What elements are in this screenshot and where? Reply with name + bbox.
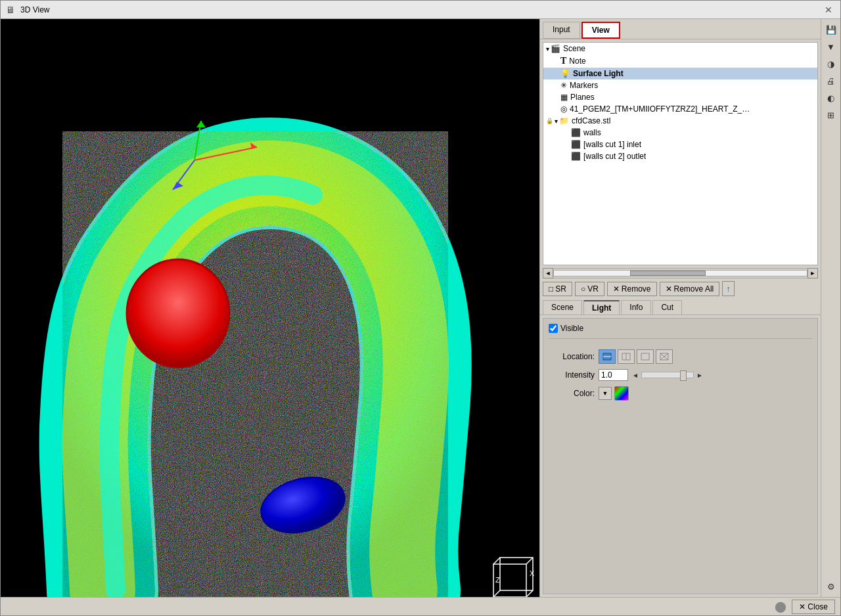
- tree-item-walls[interactable]: ⬛ walls: [543, 127, 817, 139]
- remove-button[interactable]: ✕ Remove: [607, 282, 657, 296]
- settings-icon-btn[interactable]: ⚙: [823, 579, 839, 594]
- tree-item-cfdcase[interactable]: 🔒 ▾ 📁 cfdCase.stl: [543, 115, 817, 127]
- status-circle: ⬤: [775, 600, 786, 613]
- slider-left-arrow[interactable]: ◄: [631, 370, 640, 380]
- intensity-row: Intensity ◄ ►: [549, 369, 812, 381]
- scroll-track[interactable]: [553, 270, 807, 276]
- tree-arrow-scene[interactable]: ▾: [546, 45, 549, 53]
- color-controls: ▼: [599, 386, 629, 401]
- markers-label: Markers: [570, 81, 598, 90]
- close-button[interactable]: ✕: [822, 3, 835, 16]
- tab-view[interactable]: View: [581, 22, 620, 39]
- tree-item-markers[interactable]: ✳ Markers: [543, 79, 817, 91]
- save-icon-btn[interactable]: 💾: [823, 22, 839, 37]
- bottom-tabs: Scene Light Info Cut: [540, 299, 821, 315]
- action-bar: □ SR ○ VR ✕ Remove ✕ Rem: [540, 278, 821, 299]
- sr-button[interactable]: □ SR: [543, 282, 572, 296]
- slider-track[interactable]: [641, 372, 694, 378]
- slider-thumb[interactable]: [680, 370, 687, 381]
- color-row: Color: ▼: [549, 386, 812, 401]
- walls-cut2-icon: ⬛: [571, 152, 581, 161]
- visible-row: Visible: [549, 324, 812, 333]
- tree-item-walls-cut2[interactable]: ⬛ [walls cut 2] outlet: [543, 150, 817, 162]
- location-label: Location:: [549, 352, 595, 361]
- walls-icon: ⬛: [571, 128, 581, 137]
- location-buttons: [599, 349, 673, 364]
- scene-icon: 🎬: [551, 44, 560, 53]
- tab-input[interactable]: Input: [543, 22, 580, 39]
- tree-item-note[interactable]: T Note: [543, 55, 817, 68]
- tree-item-planes[interactable]: ▦ Planes: [543, 91, 817, 103]
- title-bar: 🖥 3D View ✕: [1, 1, 840, 19]
- tab-scene[interactable]: Scene: [543, 300, 582, 315]
- tree-item-pgem[interactable]: ◎ 41_PGEM2_[TM+UMIIOFFYTZRZ2]_HEART_Z_VE…: [543, 103, 817, 115]
- slider-right-arrow[interactable]: ►: [695, 370, 704, 380]
- resize-icon-btn[interactable]: ⊞: [823, 107, 839, 123]
- tab-cut[interactable]: Cut: [652, 300, 682, 315]
- remove-icon: ✕: [613, 284, 620, 294]
- note-icon: T: [560, 56, 566, 66]
- tab-light[interactable]: Light: [583, 300, 620, 315]
- svg-text:Z: Z: [495, 576, 500, 584]
- tree-item-surface-light[interactable]: 💡 Surface Light: [543, 68, 817, 79]
- remove-all-button[interactable]: ✕ Remove All: [660, 282, 720, 296]
- loc-btn-2[interactable]: [618, 349, 635, 364]
- slider-container: ◄ ►: [631, 370, 704, 380]
- cfd-label: cfdCase.stl: [572, 116, 610, 125]
- scene-label: Scene: [563, 44, 585, 53]
- 3d-scene: Z Y X: [1, 19, 539, 597]
- color-swatch[interactable]: [614, 386, 629, 401]
- scene-tree[interactable]: ▾ 🎬 Scene T Note: [543, 42, 818, 265]
- upload-icon: ↑: [726, 284, 731, 294]
- surface-light-label: Surface Light: [573, 69, 624, 78]
- walls-cut1-icon: ⬛: [571, 140, 581, 149]
- remove-all-icon: ✕: [666, 284, 672, 294]
- sphere-icon-btn[interactable]: ◑: [823, 56, 839, 72]
- tree-item-walls-cut1[interactable]: ⬛ [walls cut 1] inlet: [543, 139, 817, 150]
- intensity-label: Intensity: [549, 370, 595, 380]
- pgem-label: 41_PGEM2_[TM+UMIIOFFYTZRZ2]_HEART_Z_VELO…: [570, 104, 754, 114]
- h-scrollbar[interactable]: ◄ ►: [543, 268, 818, 278]
- contrast-icon-btn[interactable]: ◐: [823, 90, 839, 106]
- status-bar: ⬤ ✕ Close: [1, 597, 840, 615]
- close-icon: ✕: [799, 602, 806, 611]
- vr-label: VR: [587, 284, 599, 294]
- vr-button[interactable]: ○ VR: [575, 282, 604, 296]
- remove-label: Remove: [622, 284, 651, 294]
- sr-label: SR: [555, 284, 566, 294]
- walls-cut1-label: [walls cut 1] inlet: [583, 140, 641, 149]
- note-label: Note: [569, 56, 585, 66]
- printer-icon-btn[interactable]: 🖨: [823, 73, 839, 89]
- app-icon: 🖥: [6, 5, 16, 15]
- visible-label: Visible: [560, 324, 583, 333]
- color-dropdown[interactable]: ▼: [599, 387, 612, 400]
- svg-text:X: X: [530, 569, 535, 577]
- loc-btn-4[interactable]: [656, 349, 673, 364]
- panel-area: Input View ▾ 🎬 Scene: [539, 19, 821, 597]
- scroll-left-btn[interactable]: ◄: [543, 268, 553, 278]
- intensity-input[interactable]: [599, 369, 628, 381]
- close-button-status[interactable]: ✕ Close: [792, 600, 835, 614]
- scroll-right-btn[interactable]: ►: [807, 268, 818, 278]
- tab-info[interactable]: Info: [621, 300, 651, 315]
- svg-rect-19: [641, 353, 649, 360]
- location-row: Location:: [549, 349, 812, 364]
- tree-arrow-cfd[interactable]: ▾: [555, 118, 558, 125]
- upload-button[interactable]: ↑: [722, 281, 735, 296]
- tree-item-scene[interactable]: ▾ 🎬 Scene: [543, 43, 817, 55]
- main-content: Z Y X Input View: [1, 19, 840, 597]
- planes-label: Planes: [570, 93, 595, 102]
- loc-btn-3[interactable]: [637, 349, 654, 364]
- window-title: 3D View: [20, 5, 49, 14]
- arrow-down-icon-btn[interactable]: ▼: [823, 39, 839, 55]
- visible-checkbox[interactable]: [549, 324, 558, 333]
- remove-all-label: Remove All: [674, 284, 714, 294]
- svg-text:Y: Y: [513, 596, 518, 597]
- main-window: 🖥 3D View ✕: [0, 0, 841, 616]
- scroll-thumb[interactable]: [630, 271, 706, 276]
- viewport[interactable]: Z Y X: [1, 19, 539, 597]
- light-icon: 💡: [560, 69, 570, 78]
- vr-icon: ○: [581, 284, 585, 294]
- markers-icon: ✳: [560, 81, 567, 90]
- loc-btn-1[interactable]: [599, 349, 616, 364]
